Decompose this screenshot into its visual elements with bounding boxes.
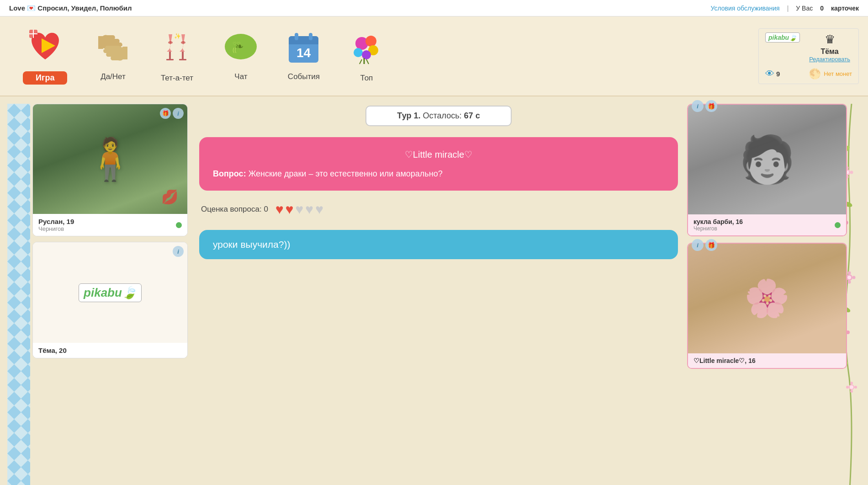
svg-point-9 — [181, 41, 185, 44]
nav-bar: Игра Да/Нет — [0, 16, 868, 96]
main-content: 🎁 i 🧍 💋 Руслан, 19 Чернигов — [0, 96, 868, 485]
nav-items: Игра Да/Нет — [9, 25, 758, 87]
wine-icon: ✨ — [159, 30, 195, 71]
svg-point-65 — [850, 390, 853, 393]
question-prefix: Вопрос: — [213, 169, 246, 178]
right-info-icon-1[interactable]: i — [692, 100, 704, 112]
svg-rect-31 — [7, 104, 30, 485]
right-panel: i 🎁 🧑 кукла барби, 16 Чернигов i � — [687, 104, 861, 482]
svg-point-54 — [848, 272, 851, 275]
svg-rect-8 — [179, 59, 186, 60]
remaining-label: Осталось: — [423, 111, 461, 120]
right-card-2-bottom: ♡Little miracle♡, 16 — [688, 353, 846, 368]
no-coins-link[interactable]: Нет монет — [824, 70, 852, 77]
right-user-card-1: i 🎁 🧑 кукла барби, 16 Чернигов — [687, 104, 847, 236]
nav-label-yesno: Да/Нет — [101, 72, 126, 81]
cards-suffix: карточек — [831, 5, 859, 12]
gift-icon-1[interactable]: 🎁 — [160, 108, 171, 119]
svg-rect-7 — [182, 52, 184, 59]
center-panel: Тур 1. Осталось: 67 с ♡Little miracle♡ В… — [190, 104, 687, 482]
nav-label-top: Топ — [360, 74, 373, 83]
right-user-1-name: кукла барби, 16 — [693, 218, 743, 225]
left-user-2-name: Тёма, 20 — [38, 346, 182, 354]
nav-item-top[interactable]: Топ — [334, 27, 398, 85]
nav-item-yesno[interactable]: Да/Нет — [81, 28, 145, 84]
svg-rect-19 — [309, 33, 312, 40]
hearts-rating: ♥ ♥ ♥ ♥ ♥ — [275, 202, 323, 217]
nav-item-chat[interactable]: ♡♡ (( ❧ Чат — [209, 28, 273, 84]
svg-point-53 — [848, 281, 851, 284]
svg-point-67 — [850, 385, 853, 389]
crown-icon: ♛ — [825, 32, 835, 47]
right-card-1-icons: i 🎁 — [692, 100, 717, 112]
question-bubble: ♡Little miracle♡ Вопрос: Женские драки –… — [199, 137, 678, 191]
svg-rect-17 — [289, 42, 318, 44]
svg-point-64 — [846, 386, 849, 389]
heart-filled-1[interactable]: ♥ — [275, 202, 284, 217]
question-text: Женские драки – это естественно или амор… — [249, 169, 443, 178]
brand-title: Love 💌 Спросил, Увидел, Полюбил — [9, 4, 132, 12]
info-icon-1[interactable]: i — [173, 108, 184, 119]
nav-label-tete: Тет-а-тет — [161, 74, 193, 83]
svg-text:14: 14 — [296, 46, 311, 60]
svg-point-39 — [850, 171, 853, 174]
svg-point-6 — [168, 41, 173, 44]
nav-item-tete[interactable]: ✨ Тет-а-тет — [145, 27, 209, 85]
svg-rect-4 — [169, 52, 171, 59]
left-user-card-2: i pikabu🍃 Тёма, 20 — [32, 242, 188, 358]
nav-label-game: Игра — [23, 71, 67, 85]
heart-empty-2[interactable]: ♥ — [305, 202, 313, 217]
info-icon-2[interactable]: i — [173, 246, 184, 257]
edit-profile-link[interactable]: Редактировать — [809, 56, 850, 63]
svg-text:✨: ✨ — [174, 32, 181, 39]
svg-point-22 — [365, 36, 376, 47]
user-panel: pikabu🍃 ♛ Тёма Редактировать 👁 9 🌕 Нет м… — [758, 28, 859, 84]
coin-icon: 🌕 — [809, 68, 821, 80]
right-card-1-bottom: кукла барби, 16 Чернигов — [688, 214, 846, 235]
right-gift-icon-1[interactable]: 🎁 — [705, 100, 717, 112]
svg-point-51 — [852, 276, 856, 279]
top-bar-right: Условия обслуживания | У Вас 0 карточек — [711, 5, 859, 12]
right-gift-icon-2[interactable]: 🎁 — [705, 239, 717, 251]
chat-icon: ♡♡ (( ❧ — [222, 31, 259, 69]
left-card-1-bottom: Руслан, 19 Чернигов — [33, 214, 187, 236]
online-dot-1 — [176, 222, 182, 228]
user-name: Тёма — [820, 48, 838, 56]
left-panel: 🎁 i 🧍 💋 Руслан, 19 Чернигов — [7, 104, 190, 482]
left-user-card-1: 🎁 i 🧍 💋 Руслан, 19 Чернигов — [32, 104, 188, 236]
heart-filled-2[interactable]: ♥ — [286, 202, 294, 217]
rating-label: Оценка вопроса: 0 — [201, 205, 268, 214]
left-user-1-city: Чернигов — [38, 225, 74, 232]
right-card-2-icons: i 🎁 — [692, 239, 717, 251]
thumbs-icon — [95, 31, 131, 69]
user-photo-1: 🧍 💋 — [33, 104, 187, 214]
nav-item-game[interactable]: Игра — [9, 25, 81, 87]
right-user-1-city: Чернигов — [693, 225, 743, 232]
left-user-1-name: Руслан, 19 — [38, 218, 74, 225]
heart-empty-1[interactable]: ♥ — [296, 202, 304, 217]
right-user-photo-2: 🌸 — [688, 244, 846, 353]
svg-point-24 — [354, 48, 363, 57]
top-bar: Love 💌 Спросил, Увидел, Полюбил Условия … — [0, 0, 868, 16]
question-text-full: Вопрос: Женские драки – это естественно … — [213, 167, 664, 181]
svg-point-62 — [849, 384, 854, 390]
views-panel: 👁 9 — [765, 69, 780, 79]
svg-point-50 — [846, 274, 852, 281]
answer-bubble: уроки выучила?)) — [199, 230, 678, 259]
pikabu-card-logo: pikabu🍃 — [79, 283, 142, 302]
svg-point-25 — [362, 50, 371, 59]
right-user-photo-1: 🧑 — [688, 105, 846, 214]
terms-link[interactable]: Условия обслуживания — [711, 5, 780, 12]
svg-rect-5 — [166, 59, 174, 60]
round-label: Тур 1. — [397, 111, 420, 120]
svg-point-66 — [850, 382, 853, 384]
heart-empty-3[interactable]: ♥ — [315, 202, 323, 217]
answer-text: уроки выучила?)) — [213, 239, 290, 250]
top-icon — [348, 30, 385, 71]
svg-line-27 — [360, 59, 362, 64]
nav-item-events[interactable]: 14 События — [273, 28, 334, 84]
cards-prefix: У Вас — [796, 5, 813, 12]
right-info-icon-2[interactable]: i — [692, 239, 704, 251]
right-online-dot-1 — [835, 222, 841, 228]
svg-line-28 — [366, 59, 369, 64]
